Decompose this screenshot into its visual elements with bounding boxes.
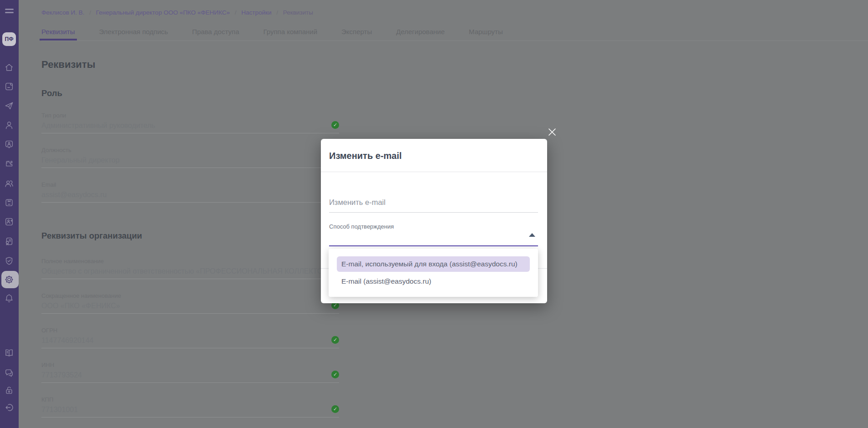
confirmation-method-select[interactable]: Способ подтверждения: [329, 223, 538, 246]
dropdown-option-email[interactable]: E-mail (assist@easydocs.ru): [337, 275, 530, 288]
modal-header-divider: [321, 172, 547, 172]
confirmation-method-label: Способ подтверждения: [329, 223, 538, 230]
change-email-modal: Изменить e-mail Изменить e-mail Способ п…: [321, 139, 547, 303]
confirmation-method-dropdown: E-mail, используемый для входа (assist@e…: [329, 249, 538, 297]
chevron-up-icon: [529, 233, 535, 237]
new-email-placeholder: Изменить e-mail: [329, 194, 538, 207]
modal-title: Изменить e-mail: [329, 150, 402, 162]
new-email-input[interactable]: Изменить e-mail: [329, 194, 538, 213]
dropdown-option-login-email[interactable]: E-mail, используемый для входа (assist@e…: [337, 256, 530, 272]
close-icon: [546, 126, 558, 138]
modal-close-button[interactable]: [546, 126, 558, 138]
